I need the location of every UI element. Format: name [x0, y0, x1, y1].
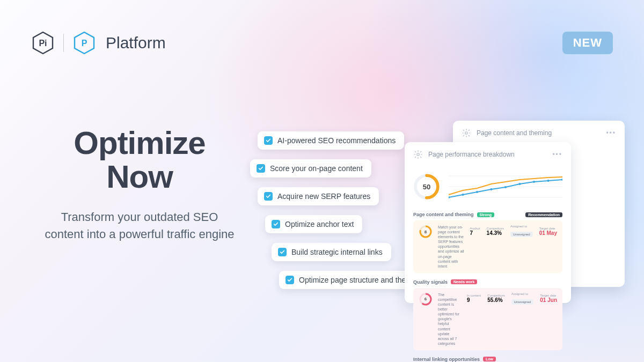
hero-copy: Optimize Now Transform your outdated SEO… — [43, 126, 236, 243]
svg-point-16 — [547, 180, 549, 182]
status-pill: Needs work — [451, 279, 477, 284]
card-title: Page performance breakdown — [428, 151, 515, 158]
svg-point-3 — [417, 153, 420, 156]
performance-chart — [449, 168, 562, 205]
mini-score-ring: 6 — [419, 292, 433, 306]
score-value: 50 — [413, 173, 440, 200]
card-performance: Page performance breakdown ••• 50 — [405, 142, 571, 303]
feature-chip: Score your on-page content — [250, 159, 371, 178]
feature-label: Build strategic internal links — [291, 248, 383, 256]
performance-summary: 50 — [413, 168, 562, 205]
status-pill: Strong — [477, 212, 495, 217]
recommendation-pill: Recommendation — [525, 212, 562, 217]
svg-point-12 — [490, 188, 492, 190]
dashboard-preview: Page content and theming ••• Page perfor… — [410, 121, 625, 319]
svg-point-10 — [462, 194, 464, 196]
metrics-row: Anchor7 Competitors14.3% Assigned toUnas… — [470, 225, 557, 238]
platform-label: Platform — [106, 34, 166, 52]
check-icon — [264, 192, 273, 201]
svg-point-13 — [504, 186, 507, 188]
mini-score-ring: 8 — [419, 225, 433, 239]
feature-label: Score your on-page content — [270, 164, 363, 173]
recommendation-box: 8 Match your on-page content elements to… — [413, 220, 562, 273]
check-icon — [286, 276, 294, 284]
card-title: Page content and theming — [477, 129, 552, 137]
recommendation-text: The competitive content is better optimi… — [438, 292, 462, 346]
card-header: Page performance breakdown ••• — [413, 150, 562, 159]
more-icon[interactable]: ••• — [552, 151, 562, 158]
pi-logo-icon: Pi — [31, 31, 55, 55]
logo-divider — [63, 34, 64, 52]
feature-chip: Optimize anchor text — [265, 215, 362, 233]
headline-line2: Now — [106, 159, 173, 195]
svg-point-17 — [561, 179, 562, 181]
feature-chip: AI-powered SEO recommendations — [258, 131, 404, 150]
card-header: Page content and theming ••• — [462, 128, 616, 138]
section-content-theming: Page content and theming Strong Recommen… — [413, 212, 562, 217]
feature-chip: Acquire new SERP features — [258, 187, 379, 205]
feature-label: Acquire new SERP features — [277, 192, 370, 201]
more-icon[interactable]: ••• — [606, 129, 616, 137]
check-icon — [272, 220, 280, 228]
score-ring: 50 — [413, 173, 440, 200]
headline-line1: Optimize — [74, 125, 205, 161]
page-header: Pi P Platform NEW — [31, 31, 613, 55]
new-badge: NEW — [562, 32, 613, 54]
svg-point-9 — [449, 196, 450, 198]
svg-point-15 — [533, 181, 535, 183]
check-icon — [257, 164, 265, 173]
gear-icon — [462, 128, 471, 138]
platform-logo-text: P — [82, 39, 87, 48]
svg-point-14 — [518, 183, 521, 185]
subheadline: Transform your outdated SEO content into… — [43, 209, 236, 243]
svg-point-2 — [465, 132, 468, 135]
gear-icon — [413, 150, 423, 159]
feature-chip: Build strategic internal links — [272, 243, 391, 261]
recommendation-box: 6 The competitive content is better opti… — [413, 288, 562, 350]
metrics-row: In content9 Competitors55.6% Assigned to… — [467, 292, 557, 305]
feature-label: AI-powered SEO recommendations — [277, 136, 396, 145]
section-internal-linking: Internal linking opportunities Low — [413, 357, 562, 362]
status-pill: Low — [483, 357, 496, 361]
platform-logo-icon: P — [72, 31, 96, 55]
headline: Optimize Now — [43, 126, 236, 194]
feature-label: Optimize anchor text — [285, 220, 354, 228]
section-quality-signals: Quality signals Needs work — [413, 279, 562, 285]
logo-group: Pi P Platform — [31, 31, 166, 55]
check-icon — [264, 136, 273, 145]
svg-point-11 — [476, 191, 478, 193]
pi-logo-text: Pi — [39, 39, 47, 48]
check-icon — [278, 248, 287, 256]
recommendation-text: Match your on-page content elements to t… — [438, 225, 465, 269]
